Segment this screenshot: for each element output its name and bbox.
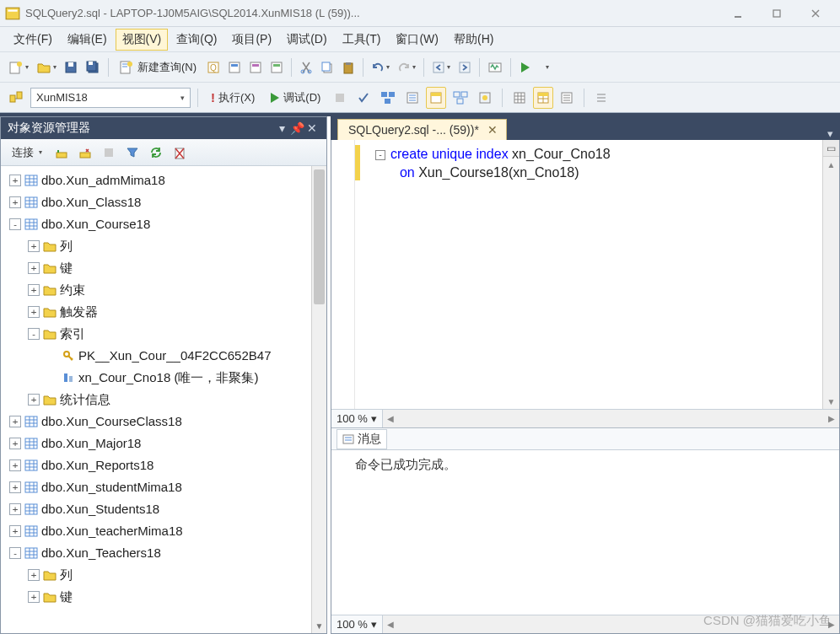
undo-button[interactable]: ▾ xyxy=(368,56,393,78)
new-query-button[interactable]: 新建查询(N) xyxy=(113,56,202,78)
pin-icon[interactable]: 📌 xyxy=(289,121,304,135)
tree-item[interactable]: +列 xyxy=(4,235,326,257)
save-button[interactable] xyxy=(61,56,81,78)
code-editor[interactable]: -create unique index xn_Cour_Cno18 on Xu… xyxy=(369,140,822,409)
minimize-button[interactable] xyxy=(719,1,757,26)
object-explorer-tree[interactable]: +dbo.Xun_admMima18+dbo.Xun_Class18-dbo.X… xyxy=(1,166,326,633)
panel-dropdown-icon[interactable]: ▾ xyxy=(274,121,289,135)
results-text-button[interactable] xyxy=(533,87,553,109)
messages-hscroll[interactable]: ◀▶ xyxy=(383,615,839,633)
menu-q[interactable]: 查询(Q) xyxy=(170,29,223,51)
menu-e[interactable]: 编辑(E) xyxy=(61,29,114,51)
debug-button[interactable]: 调试(D) xyxy=(264,87,326,109)
connect-button[interactable]: 连接▾ xyxy=(6,142,48,164)
query-icon-4[interactable] xyxy=(267,56,287,78)
expander-icon[interactable]: + xyxy=(9,481,21,493)
expander-icon[interactable]: + xyxy=(28,262,40,274)
tree-item[interactable]: +统计信息 xyxy=(4,389,326,411)
execute-button[interactable]: ! 执行(X) xyxy=(205,87,261,109)
tree-item[interactable]: +列 xyxy=(4,564,326,586)
tree-item[interactable]: +dbo.Xun_Students18 xyxy=(4,498,326,520)
options-button-1[interactable] xyxy=(450,87,471,109)
tree-item[interactable]: +触发器 xyxy=(4,301,326,323)
refresh-icon[interactable] xyxy=(146,142,166,164)
tree-item[interactable]: +键 xyxy=(4,257,326,279)
plan-button-2[interactable] xyxy=(402,87,423,109)
tree-item[interactable]: +dbo.Xun_Reports18 xyxy=(4,454,326,476)
tree-item[interactable]: +约束 xyxy=(4,279,326,301)
close-button[interactable] xyxy=(796,1,835,26)
start-dropdown[interactable]: ▾ xyxy=(536,56,557,78)
tree-item[interactable]: +dbo.Xun_studentMima18 xyxy=(4,476,326,498)
cut-button[interactable] xyxy=(296,56,316,78)
stop-icon[interactable] xyxy=(99,142,119,164)
delete-icon[interactable] xyxy=(170,142,190,164)
scroll-down-icon[interactable]: ▼ xyxy=(823,394,839,409)
parse-button[interactable] xyxy=(353,87,374,109)
tree-scrollbar[interactable]: ▲ ▼ xyxy=(311,166,326,633)
tree-item[interactable]: +键 xyxy=(4,586,326,608)
tree-item[interactable]: +dbo.Xun_Class18 xyxy=(4,191,326,213)
tree-item[interactable]: +dbo.Xun_admMima18 xyxy=(4,169,326,191)
query-icon-1[interactable]: Q xyxy=(203,56,223,78)
menu-p[interactable]: 项目(P) xyxy=(225,29,278,51)
expander-icon[interactable]: + xyxy=(9,175,21,186)
query-icon-3[interactable] xyxy=(245,56,266,78)
tree-item[interactable]: +dbo.Xun_Major18 xyxy=(4,433,326,454)
results-grid-button[interactable] xyxy=(509,87,530,109)
save-all-button[interactable] xyxy=(82,56,104,78)
split-icon[interactable]: ▭ xyxy=(823,140,839,157)
messages-tab[interactable]: 消息 xyxy=(337,429,387,449)
editor-menu-icon[interactable]: ▾ xyxy=(821,127,840,140)
menu-h[interactable]: 帮助(H) xyxy=(447,29,500,51)
menu-d[interactable]: 调试(D) xyxy=(280,29,333,51)
expander-icon[interactable]: + xyxy=(9,525,21,537)
tree-item[interactable]: +dbo.Xun_CourseClass18 xyxy=(4,411,326,433)
expander-icon[interactable]: + xyxy=(28,306,40,318)
copy-button[interactable] xyxy=(317,56,337,78)
tree-item[interactable]: +dbo.Xun_teacherMima18 xyxy=(4,520,326,542)
maximize-button[interactable] xyxy=(757,1,796,26)
editor-hscroll[interactable]: ◀▶ xyxy=(383,410,839,427)
new-project-button[interactable]: ▾ xyxy=(5,56,32,78)
tab-close-icon[interactable]: ✕ xyxy=(487,123,498,137)
stop-button[interactable] xyxy=(330,87,350,109)
zoom-select[interactable]: 100 %▾ xyxy=(331,410,383,427)
expander-icon[interactable]: + xyxy=(28,240,40,252)
editor-vscroll[interactable]: ▭ ▲ ▼ xyxy=(822,140,839,409)
change-connection-button[interactable] xyxy=(5,87,27,109)
expander-icon[interactable]: - xyxy=(9,547,21,559)
expander-icon[interactable]: + xyxy=(28,591,40,603)
fold-icon[interactable]: - xyxy=(375,150,385,160)
tree-item[interactable]: PK__Xun_Cour__04F2CC652B47 xyxy=(4,345,326,367)
tree-item[interactable]: -dbo.Xun_Course18 xyxy=(4,213,326,235)
panel-close-icon[interactable]: ✕ xyxy=(304,121,320,135)
activity-button[interactable] xyxy=(484,56,506,78)
plan-button-1[interactable] xyxy=(377,87,399,109)
editor-tab[interactable]: SQLQuery2.sql -... (59))* ✕ xyxy=(337,119,507,140)
expander-icon[interactable]: + xyxy=(9,196,21,208)
plan-button-3[interactable] xyxy=(426,87,446,109)
query-icon-2[interactable] xyxy=(224,56,245,78)
expander-icon[interactable]: + xyxy=(28,284,40,296)
expander-icon[interactable]: + xyxy=(9,416,21,427)
paste-button[interactable] xyxy=(338,56,358,78)
expander-icon[interactable]: + xyxy=(28,569,40,581)
scroll-up-icon[interactable]: ▲ xyxy=(823,157,839,172)
menu-v[interactable]: 视图(V) xyxy=(116,29,169,51)
filter-icon[interactable] xyxy=(122,142,143,164)
tree-item[interactable]: -索引 xyxy=(4,323,326,345)
expander-icon[interactable]: - xyxy=(28,328,40,340)
menu-w[interactable]: 窗口(W) xyxy=(389,29,445,51)
start-button[interactable] xyxy=(515,56,536,78)
comment-button[interactable] xyxy=(591,87,611,109)
messages-zoom-select[interactable]: 100 %▾ xyxy=(331,615,383,633)
expander-icon[interactable]: + xyxy=(9,503,21,515)
options-button-2[interactable] xyxy=(475,87,495,109)
tree-item[interactable]: xn_Cour_Cno18 (唯一，非聚集) xyxy=(4,367,326,389)
server-disconnect-icon[interactable] xyxy=(75,142,95,164)
menu-f[interactable]: 文件(F) xyxy=(7,29,59,51)
database-combo[interactable]: XunMIS18 ▾ xyxy=(30,88,191,108)
results-file-button[interactable] xyxy=(557,87,577,109)
expander-icon[interactable]: + xyxy=(9,459,21,471)
